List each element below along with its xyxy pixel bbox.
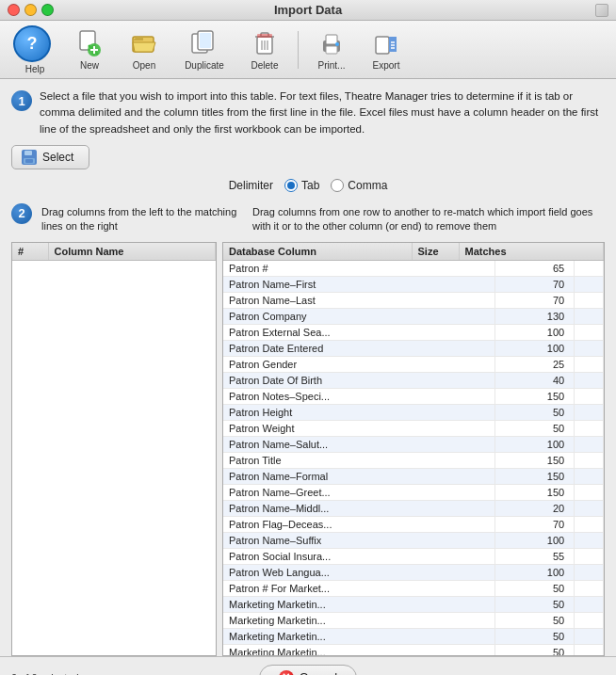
right-hint-text: Drag columns from one row to another to … — [249, 201, 605, 238]
table-row[interactable]: Patron Social Insura... 55 — [223, 548, 604, 564]
left-table-scroll[interactable] — [12, 261, 216, 655]
cancel-button[interactable]: ✕ Cancel — [259, 665, 357, 675]
matches-cell — [575, 564, 604, 580]
floppy-icon — [22, 150, 37, 165]
table-row[interactable]: Patron Name–Salut... 100 — [223, 436, 604, 452]
left-panel-container: Drag columns from the left to the matchi… — [38, 201, 243, 238]
delete-button[interactable]: Delete — [239, 25, 290, 74]
svg-rect-16 — [257, 34, 272, 38]
table-row[interactable]: Patron Date Of Birth 40 — [223, 372, 604, 388]
matches-cell — [575, 436, 604, 452]
table-row[interactable]: Patron Flag–Deceas... 70 — [223, 516, 604, 532]
left-col-name: Column Name — [48, 243, 216, 261]
right-col-size: Size — [412, 243, 459, 261]
toolbar-divider — [298, 31, 299, 69]
table-row[interactable]: Patron Title 150 — [223, 452, 604, 468]
table-row[interactable]: Marketing Marketin... 50 — [223, 596, 604, 612]
svg-point-20 — [335, 42, 339, 46]
db-column-cell: Patron Date Of Birth — [223, 372, 495, 388]
size-cell: 50 — [495, 612, 575, 628]
size-cell: 100 — [495, 436, 575, 452]
table-row[interactable]: Patron Gender 25 — [223, 356, 604, 372]
print-button[interactable]: Print... — [306, 25, 357, 74]
table-row[interactable]: Patron Notes–Speci... 150 — [223, 388, 604, 404]
step1-badge: 1 — [11, 90, 32, 111]
size-cell: 70 — [495, 292, 575, 308]
new-button[interactable]: New — [64, 25, 115, 74]
table-row[interactable]: Patron Weight 50 — [223, 420, 604, 436]
db-column-cell: Patron Name–First — [223, 276, 495, 292]
duplicate-button[interactable]: Duplicate — [173, 25, 235, 74]
right-table-scroll[interactable]: Patron # 65 Patron Name–First 70 Patron … — [223, 261, 604, 655]
resize-handle[interactable] — [595, 4, 608, 17]
tab-radio-group[interactable]: Tab — [284, 179, 319, 192]
size-cell: 100 — [495, 324, 575, 340]
db-column-cell: Patron Name–Middl... — [223, 500, 495, 516]
size-cell: 65 — [495, 261, 575, 277]
minimize-button[interactable] — [24, 4, 37, 16]
size-cell: 50 — [495, 596, 575, 612]
size-cell: 70 — [495, 516, 575, 532]
maximize-button[interactable] — [41, 4, 54, 16]
size-cell: 150 — [495, 388, 575, 404]
table-row[interactable]: Marketing Marketin... 50 — [223, 644, 604, 655]
comma-label: Comma — [348, 179, 387, 192]
matches-cell — [575, 372, 604, 388]
db-column-cell: Patron Gender — [223, 356, 495, 372]
size-cell: 150 — [495, 468, 575, 484]
duplicate-icon — [189, 28, 219, 58]
new-icon — [74, 28, 105, 58]
new-label: New — [80, 60, 99, 71]
comma-radio[interactable] — [331, 179, 344, 192]
help-icon: ? — [13, 25, 51, 62]
matches-cell — [575, 516, 604, 532]
db-column-cell: Patron External Sea... — [223, 324, 495, 340]
table-row[interactable]: Patron Name–Suffix 100 — [223, 532, 604, 548]
table-row[interactable]: Patron Name–Formal 150 — [223, 468, 604, 484]
table-row[interactable]: Marketing Marketin... 50 — [223, 628, 604, 644]
comma-radio-group[interactable]: Comma — [331, 179, 387, 192]
table-row[interactable]: Patron Name–First 70 — [223, 276, 604, 292]
step1-info-text: Select a file that you wish to import in… — [40, 88, 605, 137]
help-button[interactable]: ? Help — [9, 25, 60, 74]
matches-cell — [575, 548, 604, 564]
delete-icon — [250, 28, 280, 58]
table-row[interactable]: Marketing Marketin... 50 — [223, 612, 604, 628]
select-button[interactable]: Select — [11, 145, 89, 169]
matches-cell — [575, 452, 604, 468]
left-table: # Column Name — [12, 243, 216, 261]
export-label: Export — [373, 60, 400, 71]
table-row[interactable]: Patron Name–Last 70 — [223, 292, 604, 308]
left-table-header-row: # Column Name — [12, 243, 216, 261]
tab-radio[interactable] — [284, 179, 298, 192]
table-row[interactable]: Patron Date Entered 100 — [223, 340, 604, 356]
table-row[interactable]: Patron # 65 — [223, 261, 604, 277]
table-row[interactable]: Patron Company 130 — [223, 308, 604, 324]
table-row[interactable]: Patron Web Langua... 100 — [223, 564, 604, 580]
size-cell: 50 — [495, 628, 575, 644]
help-label: Help — [25, 64, 45, 74]
select-button-wrap: Select — [11, 145, 605, 169]
window-controls — [8, 4, 54, 16]
table-row[interactable]: Patron External Sea... 100 — [223, 324, 604, 340]
export-button[interactable]: Export — [361, 25, 412, 74]
tab-label: Tab — [301, 179, 319, 192]
open-button[interactable]: Open — [119, 25, 170, 74]
table-row[interactable]: Patron Name–Greet... 150 — [223, 484, 604, 500]
right-table-header-row: Database Column Size Matches — [223, 243, 604, 261]
table-row[interactable]: Patron # For Market... 50 — [223, 580, 604, 596]
db-column-cell: Marketing Marketin... — [223, 628, 495, 644]
open-label: Open — [133, 60, 155, 71]
matches-cell — [575, 484, 604, 500]
db-column-cell: Patron Company — [223, 308, 495, 324]
matches-cell — [575, 644, 604, 655]
table-row[interactable]: Patron Name–Middl... 20 — [223, 500, 604, 516]
table-row[interactable]: Patron Height 50 — [223, 404, 604, 420]
print-icon — [316, 28, 347, 58]
db-column-cell: Patron Name–Salut... — [223, 436, 495, 452]
close-button[interactable] — [8, 4, 20, 16]
size-cell: 40 — [495, 372, 575, 388]
delete-label: Delete — [251, 60, 279, 71]
export-icon — [371, 28, 401, 58]
panels: # Column Name Database Column Size — [11, 242, 605, 656]
